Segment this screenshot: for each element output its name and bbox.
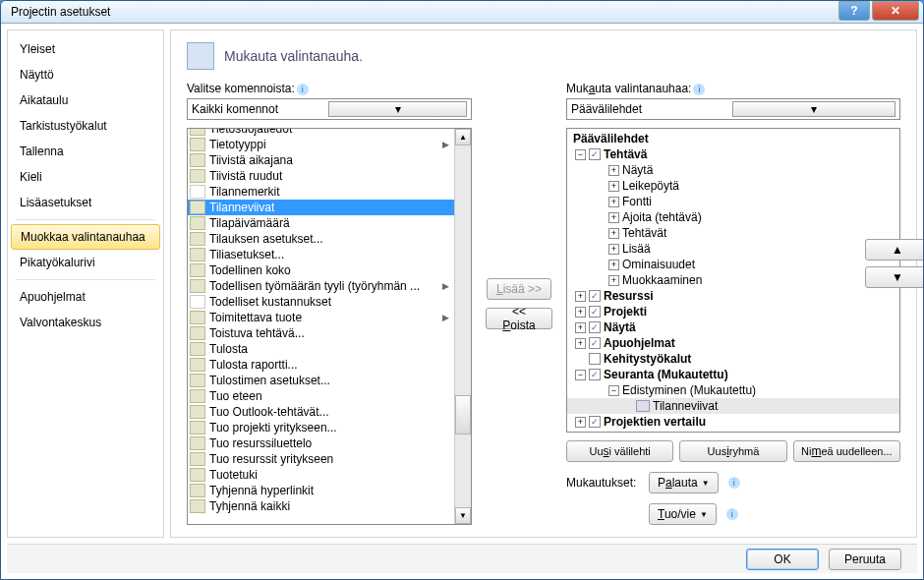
list-item[interactable]: Tulosta raportti... xyxy=(188,357,454,373)
list-item[interactable]: Tilapäivämäärä xyxy=(188,215,454,231)
dialog-footer: OK Peruuta xyxy=(7,544,917,573)
tree-node[interactable]: +Näytä xyxy=(567,162,899,178)
move-down-button[interactable]: ▼ xyxy=(865,266,924,288)
tree-node[interactable]: +Ajoita (tehtävä) xyxy=(567,209,899,225)
list-item[interactable]: Tuo resurssiluettelo xyxy=(188,435,454,451)
command-icon xyxy=(190,138,205,151)
choose-commands-combo[interactable]: Kaikki komennot ▾ xyxy=(187,98,472,120)
list-item[interactable]: Todellinen koko xyxy=(188,262,454,278)
tree-node-resurssi[interactable]: +✓Resurssi xyxy=(567,288,899,304)
sidebar-item-trust-center[interactable]: Valvontakeskus xyxy=(8,310,163,335)
info-icon[interactable]: i xyxy=(693,84,705,95)
transfer-buttons: Lisää >> << Poista xyxy=(486,82,552,525)
list-item[interactable]: Tiliasetukset... xyxy=(188,247,454,262)
list-item[interactable]: Tuo eteen xyxy=(188,388,454,404)
remove-button[interactable]: << Poista xyxy=(486,308,552,329)
sidebar-item-advanced[interactable]: Lisäasetukset xyxy=(8,190,163,215)
command-icon xyxy=(190,129,205,136)
command-icon xyxy=(636,400,650,412)
tree-node-edistyminen[interactable]: −Edistyminen (Mukautettu) xyxy=(567,382,899,398)
list-item[interactable]: Todellisen työmäärän tyyli (työryhmän ..… xyxy=(188,278,454,294)
customize-ribbon-combo[interactable]: Päävälilehdet ▾ xyxy=(566,98,900,120)
command-icon xyxy=(190,358,205,372)
info-icon[interactable]: i xyxy=(726,508,738,520)
list-item[interactable]: Tilannemerkit xyxy=(188,184,454,200)
command-icon xyxy=(190,389,205,403)
scroll-thumb[interactable] xyxy=(455,395,471,435)
tree-node-projekti[interactable]: +✓Projekti xyxy=(567,304,899,319)
chevron-right-icon: ▶ xyxy=(442,313,452,322)
tree-node-projektien[interactable]: +✓Projektien vertailu xyxy=(567,414,899,430)
tree-node[interactable]: +Ominaisuudet xyxy=(567,257,899,272)
ribbon-column: Mukauta valintanauhaa:i Päävälilehdet ▾ … xyxy=(566,82,900,525)
list-item[interactable]: Tyhjennä hyperlinkit xyxy=(188,483,454,498)
checkmark-icon xyxy=(190,295,205,309)
command-icon xyxy=(190,326,205,340)
panel-title: Mukauta valintanauha. xyxy=(224,48,363,64)
tree-node[interactable]: +Leikepöytä xyxy=(567,178,899,194)
add-button[interactable]: Lisää >> xyxy=(487,278,551,300)
scroll-up-button[interactable]: ▲ xyxy=(455,129,471,145)
sidebar-item-save[interactable]: Tallenna xyxy=(8,139,163,164)
list-item[interactable]: Toimitettava tuote▶ xyxy=(188,310,454,325)
choose-commands-label: Valitse komennoista:i xyxy=(187,82,472,95)
tree-node[interactable]: +Lisää xyxy=(567,241,899,257)
scrollbar[interactable]: ▲ ▼ xyxy=(454,129,471,524)
sidebar-item-language[interactable]: Kieli xyxy=(8,164,163,190)
chevron-down-icon: ▾ xyxy=(328,101,467,117)
tree-node-tehtava[interactable]: −✓Tehtävä xyxy=(567,146,899,162)
list-item[interactable]: Tulostimen asetukset... xyxy=(188,373,454,388)
command-icon xyxy=(190,436,205,450)
info-icon[interactable]: i xyxy=(728,477,740,489)
list-item[interactable]: Tuo resurssit yritykseen xyxy=(188,451,454,467)
list-item[interactable]: Tyhjennä kaikki xyxy=(188,498,454,514)
new-tab-button[interactable]: Uusi välilehti xyxy=(566,440,673,462)
close-button[interactable]: ✕ xyxy=(872,1,919,21)
ok-button[interactable]: OK xyxy=(746,549,819,570)
info-icon[interactable]: i xyxy=(297,84,309,95)
list-item[interactable]: Toistuva tehtävä... xyxy=(188,325,454,341)
customize-ribbon-label: Mukauta valintanauhaa:i xyxy=(566,82,900,95)
sidebar-item-schedule[interactable]: Aikataulu xyxy=(8,87,163,113)
commands-column: Valitse komennoista:i Kaikki komennot ▾ … xyxy=(187,82,472,525)
sidebar-item-general[interactable]: Yleiset xyxy=(8,36,163,62)
tree-node[interactable]: +Tehtävät xyxy=(567,225,899,241)
cancel-button[interactable]: Peruuta xyxy=(829,549,901,570)
list-item[interactable]: Tiivistä aikajana xyxy=(188,152,454,168)
import-export-button[interactable]: Tuo/vie▼ xyxy=(649,503,717,525)
list-item[interactable]: Tietotyyppi▶ xyxy=(188,137,454,152)
sidebar-item-addins[interactable]: Apuohjelmat xyxy=(8,284,163,310)
list-item[interactable]: Tuo Outlook-tehtävät... xyxy=(188,404,454,420)
sidebar-item-quick-access[interactable]: Pikatyökalurivi xyxy=(8,250,163,275)
tree-node-kehitys[interactable]: +Kehitystyökalut xyxy=(567,351,899,367)
tree-node-nayta[interactable]: +✓Näytä xyxy=(567,319,899,335)
list-item[interactable]: Tietosuojatiedot xyxy=(188,129,454,137)
command-icon xyxy=(190,421,205,435)
sidebar-item-proofing[interactable]: Tarkistustyökalut xyxy=(8,113,163,139)
command-icon xyxy=(190,499,205,513)
command-icon xyxy=(190,248,205,261)
list-item-selected[interactable]: Tilanneviivat xyxy=(188,200,454,215)
tree-node[interactable]: +Fontti xyxy=(567,194,899,209)
scroll-down-button[interactable]: ▼ xyxy=(455,507,471,524)
sidebar-item-customize-ribbon[interactable]: Muokkaa valintanauhaa xyxy=(11,224,160,250)
list-item[interactable]: Tiivistä ruudut xyxy=(188,168,454,184)
rename-button[interactable]: Nimeä uudelleen... xyxy=(793,440,900,462)
ribbon-tree[interactable]: Päävälilehdet −✓Tehtävä +Näytä +Leikepöy… xyxy=(566,128,900,433)
reset-button[interactable]: Palauta▼ xyxy=(649,472,719,493)
sidebar-item-display[interactable]: Näyttö xyxy=(8,62,163,87)
list-item[interactable]: Todelliset kustannukset xyxy=(188,294,454,310)
list-item[interactable]: Tuo projekti yritykseen... xyxy=(188,420,454,435)
list-item[interactable]: Tilauksen asetukset... xyxy=(188,231,454,247)
tree-node-apuohjelmat[interactable]: +✓Apuohjelmat xyxy=(567,335,899,351)
command-icon xyxy=(190,342,205,356)
list-item[interactable]: Tuotetuki xyxy=(188,467,454,483)
move-up-button[interactable]: ▲ xyxy=(865,239,924,261)
list-item[interactable]: Tulosta xyxy=(188,341,454,357)
tree-node[interactable]: +Muokkaaminen xyxy=(567,272,899,288)
tree-node-tilanneviivat[interactable]: Tilanneviivat xyxy=(567,398,899,414)
commands-listbox[interactable]: Tietosuojatiedot Tietotyyppi▶ Tiivistä a… xyxy=(187,128,472,525)
tree-node-seuranta[interactable]: −✓Seuranta (Mukautettu) xyxy=(567,367,899,382)
help-button[interactable]: ? xyxy=(838,1,870,21)
new-group-button[interactable]: Uusi ryhmä xyxy=(679,440,786,462)
